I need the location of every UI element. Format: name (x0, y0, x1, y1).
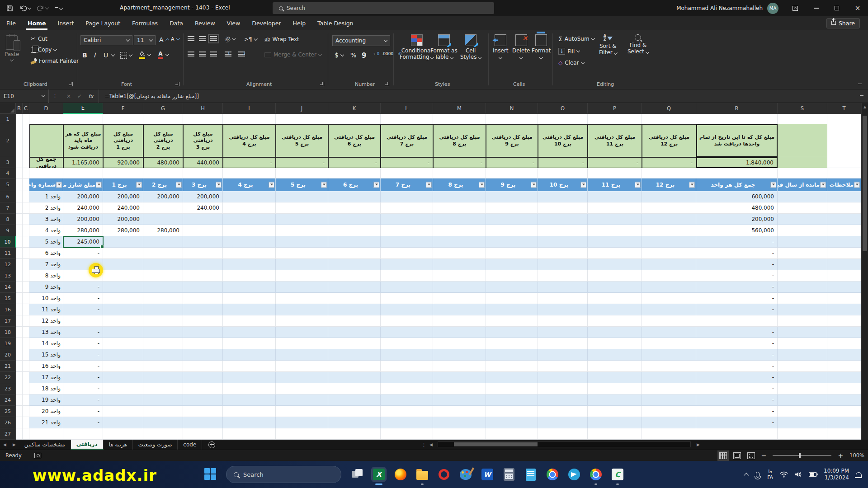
name-box-dropdown-icon[interactable] (42, 94, 45, 97)
percent-style-button[interactable]: % (350, 52, 356, 59)
cell-R18[interactable]: - (696, 327, 778, 338)
cell-D10[interactable]: واحد 5 (29, 236, 63, 248)
cell-M26[interactable] (433, 417, 486, 428)
font-dialog-launcher[interactable] (175, 82, 179, 86)
filter-button[interactable] (820, 182, 826, 188)
cell-P2[interactable]: مبلغ کل دریافتی برج 11 (588, 124, 642, 157)
filter-button[interactable] (580, 182, 586, 188)
cell-L8[interactable] (381, 214, 433, 225)
ribbon-tab-page-layout[interactable]: Page Layout (85, 16, 120, 30)
microphone-icon[interactable] (756, 472, 760, 478)
filter-button[interactable] (136, 182, 142, 188)
format-cells-button[interactable]: Format (532, 34, 551, 61)
cell-J24[interactable] (276, 394, 328, 406)
undo-dropdown-icon[interactable] (28, 5, 31, 9)
cell-S20[interactable] (778, 349, 827, 361)
row-header-16[interactable]: 16 (0, 304, 16, 315)
cell-Q21[interactable] (642, 361, 696, 372)
cell-T26[interactable] (827, 417, 861, 428)
cell-T22[interactable] (827, 372, 861, 383)
cell-I15[interactable] (223, 293, 276, 304)
ribbon-tab-file[interactable]: File (6, 16, 16, 30)
cell-S16[interactable] (778, 304, 827, 315)
cell-P23[interactable] (588, 383, 642, 394)
cell-K26[interactable] (328, 417, 381, 428)
cell-I27[interactable] (223, 428, 276, 440)
cell-B24[interactable] (16, 394, 23, 406)
cell-B12[interactable] (16, 259, 23, 270)
fill-button[interactable]: ↓Fill (558, 48, 580, 55)
cell-H27[interactable] (183, 428, 223, 440)
cell-N20[interactable] (486, 349, 538, 361)
cell-L23[interactable] (381, 383, 433, 394)
add-sheet-button[interactable] (208, 441, 215, 448)
cell-F18[interactable] (103, 327, 143, 338)
row-header-2[interactable]: 2 (0, 124, 16, 157)
cell-P18[interactable] (588, 327, 642, 338)
cell-P24[interactable] (588, 394, 642, 406)
cell-I21[interactable] (223, 361, 276, 372)
cell-M24[interactable] (433, 394, 486, 406)
cell-K16[interactable] (328, 304, 381, 315)
cell-E25[interactable]: - (63, 406, 103, 417)
sheet-nav-left-icon[interactable]: ◀ (0, 442, 9, 447)
cell-J1[interactable] (276, 114, 328, 124)
insert-function-button[interactable]: fx (88, 93, 93, 99)
cell-N15[interactable] (486, 293, 538, 304)
cell-R4[interactable] (696, 168, 778, 178)
cell-O6[interactable] (538, 191, 588, 202)
cell-R16[interactable]: - (696, 304, 778, 315)
cell-Q17[interactable] (642, 315, 696, 327)
cell-O23[interactable] (538, 383, 588, 394)
cell-D17[interactable]: واحد 12 (29, 315, 63, 327)
cell-S23[interactable] (778, 383, 827, 394)
cell-S19[interactable] (778, 338, 827, 349)
filter-button[interactable] (531, 182, 537, 188)
filter-button[interactable] (854, 182, 860, 188)
cell-G26[interactable] (143, 417, 183, 428)
cell-C24[interactable] (23, 394, 29, 406)
cell-R22[interactable]: - (696, 372, 778, 383)
cell-D23[interactable]: واحد 18 (29, 383, 63, 394)
cell-P25[interactable] (588, 406, 642, 417)
cell-E20[interactable]: - (63, 349, 103, 361)
cell-L12[interactable] (381, 259, 433, 270)
cell-Q7[interactable] (642, 202, 696, 214)
cell-F5[interactable]: برج 1 (103, 178, 143, 191)
cell-E6[interactable]: 200,000 (63, 191, 103, 202)
align-top-button[interactable] (188, 36, 194, 41)
cell-H22[interactable] (183, 372, 223, 383)
cell-J20[interactable] (276, 349, 328, 361)
row-header-27[interactable]: 27 (0, 428, 16, 440)
cell-K27[interactable] (328, 428, 381, 440)
notification-bell-icon[interactable] (856, 472, 862, 478)
cell-F7[interactable]: 240,000 (103, 202, 143, 214)
cell-Q26[interactable] (642, 417, 696, 428)
cell-J2[interactable]: مبلغ کل دریافتی برج 5 (276, 124, 328, 157)
cell-F13[interactable] (103, 270, 143, 282)
cell-J8[interactable] (276, 214, 328, 225)
cell-N4[interactable] (486, 168, 538, 178)
cell-Q20[interactable] (642, 349, 696, 361)
cell-H8[interactable] (183, 214, 223, 225)
filter-button[interactable] (770, 182, 776, 188)
cell-T12[interactable] (827, 259, 861, 270)
cell-H18[interactable] (183, 327, 223, 338)
cell-G16[interactable] (143, 304, 183, 315)
clock[interactable]: 10:09 PM 1/3/2024 (824, 468, 849, 481)
cell-L20[interactable] (381, 349, 433, 361)
cell-Q15[interactable] (642, 293, 696, 304)
cell-H23[interactable] (183, 383, 223, 394)
row-header-12[interactable]: 12 (0, 259, 16, 270)
cell-P17[interactable] (588, 315, 642, 327)
cell-T25[interactable] (827, 406, 861, 417)
filter-button[interactable] (479, 182, 485, 188)
row-header-3[interactable]: 3 (0, 157, 16, 168)
cell-P9[interactable] (588, 225, 642, 236)
insert-cells-button[interactable]: Insert (493, 34, 508, 61)
row-header-23[interactable]: 23 (0, 383, 16, 394)
cell-K18[interactable] (328, 327, 381, 338)
chrome-icon-2[interactable] (589, 467, 603, 482)
cell-J3[interactable]: - (276, 157, 328, 168)
cell-Q19[interactable] (642, 338, 696, 349)
